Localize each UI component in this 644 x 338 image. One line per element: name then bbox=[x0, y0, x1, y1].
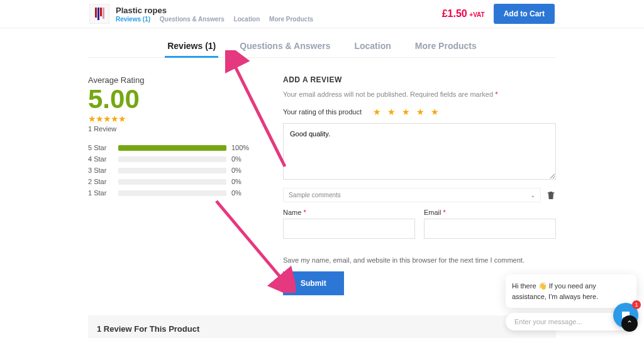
tab-reviews[interactable]: Reviews (1) bbox=[167, 37, 216, 57]
average-stars-icon: ★★★★★ bbox=[88, 114, 252, 124]
breakdown-row: 3 Star 0% bbox=[88, 166, 252, 174]
review-list-title: 1 Review For This Product bbox=[88, 315, 556, 338]
price: £1.50 +VAT bbox=[442, 8, 485, 19]
price-vat: +VAT bbox=[469, 11, 484, 18]
average-rating-label: Average Rating bbox=[88, 75, 252, 85]
product-title: Plastic ropes bbox=[116, 6, 321, 15]
review-count: 1 Review bbox=[88, 125, 252, 133]
tab-questions[interactable]: Questions & Answers bbox=[240, 37, 330, 57]
chat-widget: Hi there 👋 If you need any assistance, I… bbox=[506, 275, 636, 330]
chevron-up-icon: ⌃ bbox=[626, 319, 633, 328]
price-value: £1.50 bbox=[442, 8, 467, 19]
name-input[interactable] bbox=[283, 219, 415, 239]
header-link-more[interactable]: More Products bbox=[269, 16, 313, 23]
sticky-header: Plastic ropes Reviews (1) Questions & An… bbox=[0, 0, 644, 28]
tabs: Reviews (1) Questions & Answers Location… bbox=[88, 37, 556, 58]
add-to-cart-button[interactable]: Add to Cart bbox=[494, 4, 555, 24]
average-rating-value: 5.00 bbox=[88, 86, 252, 112]
tab-location[interactable]: Location bbox=[354, 37, 391, 57]
submit-button[interactable]: Submit bbox=[283, 271, 344, 295]
name-label: Name * bbox=[283, 209, 415, 216]
rating-breakdown: 5 Star 100% 4 Star 0% 3 Star 0% 2 Star bbox=[88, 144, 252, 197]
header-link-location[interactable]: Location bbox=[234, 16, 260, 23]
sample-comments-select[interactable]: Sample comments ⌄ bbox=[283, 188, 541, 202]
save-info-note: Save my name, email, and website in this… bbox=[283, 256, 556, 264]
breakdown-row: 1 Star 0% bbox=[88, 189, 252, 197]
header-sublinks: Reviews (1) Questions & Answers Location… bbox=[116, 16, 321, 23]
chevron-down-icon: ⌄ bbox=[530, 192, 535, 199]
breakdown-row: 2 Star 0% bbox=[88, 178, 252, 185]
trash-icon[interactable] bbox=[546, 190, 556, 200]
breakdown-row: 5 Star 100% bbox=[88, 144, 252, 151]
required-fields-note: Your email address will not be published… bbox=[283, 90, 556, 98]
tab-more-products[interactable]: More Products bbox=[415, 37, 477, 57]
rating-stars-input[interactable]: ★ ★ ★ ★ ★ bbox=[373, 107, 441, 117]
breakdown-row: 4 Star 0% bbox=[88, 155, 252, 163]
scroll-to-top-button[interactable]: ⌃ bbox=[621, 315, 638, 332]
header-link-reviews[interactable]: Reviews (1) bbox=[116, 16, 150, 23]
chat-greeting: Hi there 👋 If you need any assistance, I… bbox=[506, 275, 636, 308]
chat-badge: 1 bbox=[632, 300, 641, 309]
email-label: Email * bbox=[424, 209, 556, 216]
your-rating-label: Your rating of this product bbox=[283, 108, 362, 116]
add-review-title: ADD A REVIEW bbox=[283, 75, 556, 84]
email-input[interactable] bbox=[424, 219, 556, 239]
product-thumbnail bbox=[89, 4, 109, 24]
header-link-questions[interactable]: Questions & Answers bbox=[160, 16, 225, 23]
review-textarea[interactable] bbox=[283, 123, 556, 180]
